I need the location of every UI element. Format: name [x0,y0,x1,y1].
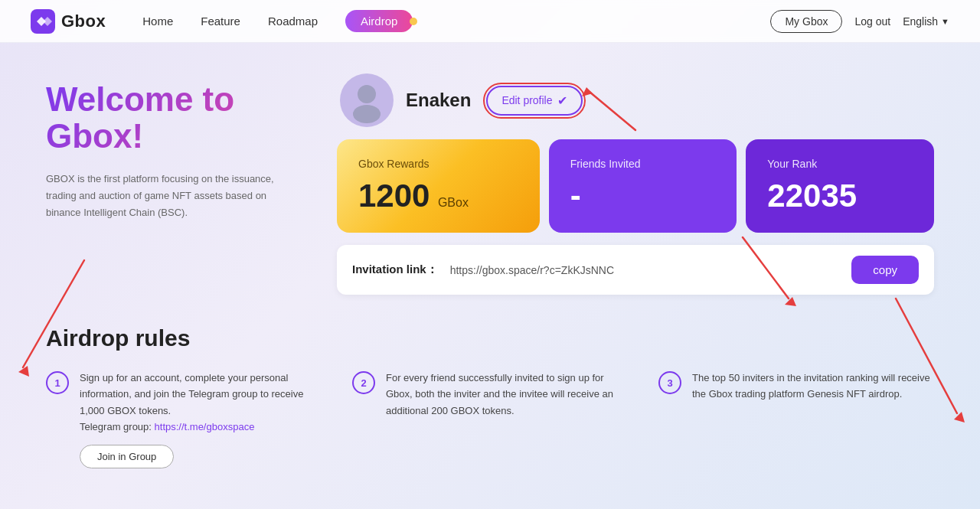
rule-text-3: The top 50 inviters in the invitation ra… [692,370,934,403]
nav-links: Home Feature Roadmap Airdrop [142,10,770,32]
rule-text-2: For every friend successfully invited to… [386,370,628,419]
rule-number-3: 3 [658,371,681,394]
chevron-down-icon: ▼ [941,17,949,26]
nav-roadmap[interactable]: Roadmap [268,15,318,28]
rules-row: 1 Sign up for an account, complete your … [46,370,934,468]
logo[interactable]: Gbox [31,9,106,34]
edit-profile-button-wrap: Edit profile ✔ [483,83,585,119]
edit-profile-button[interactable]: Edit profile ✔ [486,86,582,116]
rank-label: Your Rank [767,158,913,170]
rule-item-2: 2 For every friend successfully invited … [352,370,628,419]
rule-text-1: Sign up for an account, complete your pe… [80,370,322,436]
card-rewards: Gbox Rewards 1200 GBox [337,139,540,233]
left-panel: Welcome to Gbox! GBOX is the first platf… [46,73,306,295]
right-panel: Enaken Edit profile ✔ Gbox Rewards 1200 … [337,73,934,295]
rewards-value: 1200 [358,178,430,214]
rule-number-2: 2 [352,371,375,394]
rule-item-1: 1 Sign up for an account, complete your … [46,370,322,468]
nav-home[interactable]: Home [142,15,173,28]
stat-cards: Gbox Rewards 1200 GBox Friends Invited -… [337,139,934,233]
rewards-unit: GBox [438,196,469,209]
language-label: English [903,15,938,28]
navbar: Gbox Home Feature Roadmap Airdrop My Gbo… [0,0,980,43]
friends-label: Friends Invited [570,158,716,170]
invitation-label: Invitation link： [352,263,438,277]
copy-button[interactable]: copy [851,256,919,284]
svg-point-1 [358,85,376,103]
nav-airdrop[interactable]: Airdrop [345,10,413,32]
airdrop-title: Airdrop rules [46,325,934,351]
rewards-label: Gbox Rewards [358,158,518,170]
language-selector[interactable]: English ▼ [903,15,949,28]
main-content: Welcome to Gbox! GBOX is the first platf… [0,43,980,318]
card-friends: Friends Invited - [549,139,737,233]
avatar-image [344,77,390,123]
logo-text: Gbox [61,11,106,31]
my-gbox-button[interactable]: My Gbox [770,10,842,33]
friends-value: - [570,178,716,214]
card-rank: Your Rank 22035 [746,139,934,233]
rank-value: 22035 [767,178,913,214]
welcome-title: Welcome to Gbox! [46,81,306,155]
check-icon: ✔ [557,93,567,108]
telegram-link-label: Telegram group: [80,421,155,432]
nav-feature[interactable]: Feature [201,15,240,28]
logo-icon [31,9,55,34]
join-group-button[interactable]: Join in Group [80,445,174,468]
rule-number-1: 1 [46,371,69,394]
rule-item-3: 3 The top 50 inviters in the invitation … [658,370,934,403]
invitation-url: https://gbox.space/r?c=ZkKJsNNC [450,264,840,276]
welcome-description: GBOX is the first platform focusing on t… [46,171,276,221]
logout-button[interactable]: Log out [854,15,890,28]
profile-row: Enaken Edit profile ✔ [337,73,934,127]
svg-point-2 [353,105,381,123]
airdrop-section: Airdrop rules 1 Sign up for an account, … [0,318,980,491]
username: Enaken [406,90,471,111]
nav-right: My Gbox Log out English ▼ [770,10,949,33]
avatar [340,73,394,127]
invitation-row: Invitation link： https://gbox.space/r?c=… [337,245,934,295]
telegram-link[interactable]: https://t.me/gboxspace [155,421,255,432]
